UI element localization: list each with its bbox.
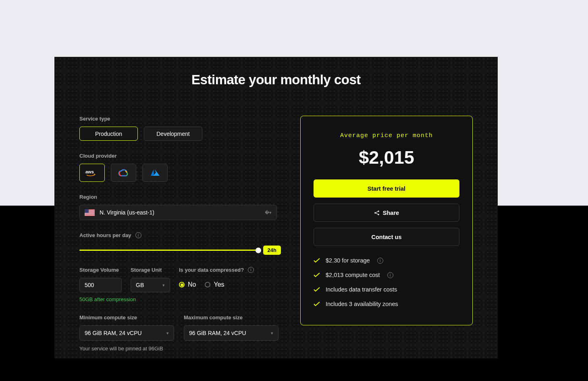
info-icon[interactable]: i — [377, 258, 383, 264]
page-title: Estimate your monthly cost — [79, 72, 473, 87]
chevron-down-icon: �▾ — [265, 210, 272, 215]
share-label: Share — [383, 210, 399, 216]
svg-rect-8 — [85, 209, 89, 213]
slider-thumb[interactable] — [256, 248, 261, 253]
svg-point-11 — [378, 214, 379, 215]
summary-price: $2,015 — [314, 147, 459, 168]
active-hours-label: Active hours per day — [79, 232, 131, 238]
pricing-calculator-card: Estimate your monthly cost Service type … — [54, 57, 498, 358]
storage-volume-label: Storage Volume — [79, 267, 122, 273]
feature-compute: $2,013 compute cost i — [314, 268, 459, 282]
storage-unit-label: Storage Unit — [131, 267, 170, 273]
start-free-trial-button[interactable]: Start free trial — [314, 179, 459, 198]
min-compute-select[interactable]: 96 GiB RAM, 24 vCPU ▾ — [79, 325, 174, 341]
cloud-provider-label: Cloud provider — [79, 153, 281, 159]
chevron-down-icon: ▾ — [162, 283, 165, 288]
storage-unit-select[interactable]: GB ▾ — [131, 278, 170, 292]
svg-point-10 — [378, 210, 379, 212]
active-hours-slider[interactable] — [79, 250, 258, 251]
share-button[interactable]: Share — [314, 204, 459, 222]
chevron-down-icon: ▾ — [166, 331, 169, 336]
price-summary-panel: Average price per month $2,015 Start fre… — [300, 116, 473, 325]
storage-volume-input[interactable] — [79, 278, 122, 292]
check-icon — [314, 258, 320, 263]
azure-icon — [150, 169, 160, 177]
service-type-development-button[interactable]: Development — [144, 127, 202, 141]
check-icon — [314, 287, 320, 292]
storage-unit-value: GB — [136, 282, 162, 288]
share-icon — [374, 210, 380, 216]
config-panel: Service type Production Development Clou… — [79, 116, 281, 352]
max-compute-value: 96 GiB RAM, 24 vCPU — [189, 330, 271, 336]
check-icon — [314, 302, 320, 306]
radio-label: No — [188, 281, 196, 288]
compressed-label: Is your data compressed? — [179, 267, 244, 273]
us-flag-icon — [85, 209, 95, 216]
region-label: Region — [79, 194, 281, 200]
check-icon — [314, 273, 320, 277]
service-type-label: Service type — [79, 116, 281, 122]
min-compute-label: Minimum compute size — [79, 314, 177, 321]
radio-label: Yes — [214, 281, 224, 288]
feature-storage: $2.30 for storage i — [314, 253, 459, 268]
info-icon[interactable]: i — [387, 272, 393, 278]
cloud-provider-azure-button[interactable] — [142, 164, 168, 182]
pinned-hint: Your service will be pinned at 96GiB — [79, 346, 281, 352]
svg-rect-7 — [85, 215, 95, 215]
svg-point-9 — [374, 212, 376, 214]
compression-hint: 50GB after compression — [79, 296, 281, 302]
summary-label: Average price per month — [314, 132, 459, 139]
compressed-yes-radio[interactable]: Yes — [205, 281, 224, 288]
compressed-no-radio[interactable]: No — [179, 281, 196, 288]
feature-zones: Includes 3 availability zones — [314, 297, 459, 311]
max-compute-label: Maximum compute size — [184, 314, 281, 321]
gcp-icon — [118, 169, 129, 177]
cloud-provider-aws-button[interactable]: aws — [79, 164, 105, 182]
svg-rect-5 — [85, 213, 95, 213]
min-compute-value: 96 GiB RAM, 24 vCPU — [85, 330, 166, 336]
info-icon[interactable]: i — [248, 267, 254, 273]
svg-text:aws: aws — [85, 169, 94, 174]
info-icon[interactable]: i — [135, 232, 141, 238]
cloud-provider-gcp-button[interactable] — [111, 164, 136, 182]
max-compute-select[interactable]: 96 GiB RAM, 24 vCPU ▾ — [184, 325, 278, 341]
aws-icon: aws — [85, 169, 99, 177]
service-type-production-button[interactable]: Production — [79, 127, 138, 141]
contact-us-button[interactable]: Contact us — [314, 228, 459, 246]
region-select[interactable]: N. Virginia (us-east-1) �▾ — [79, 205, 277, 220]
svg-rect-6 — [85, 214, 95, 214]
feature-transfer: Includes data transfer costs — [314, 282, 459, 297]
region-value: N. Virginia (us-east-1) — [100, 209, 265, 216]
active-hours-value: 24h — [263, 246, 281, 255]
chevron-down-icon: ▾ — [271, 331, 273, 336]
